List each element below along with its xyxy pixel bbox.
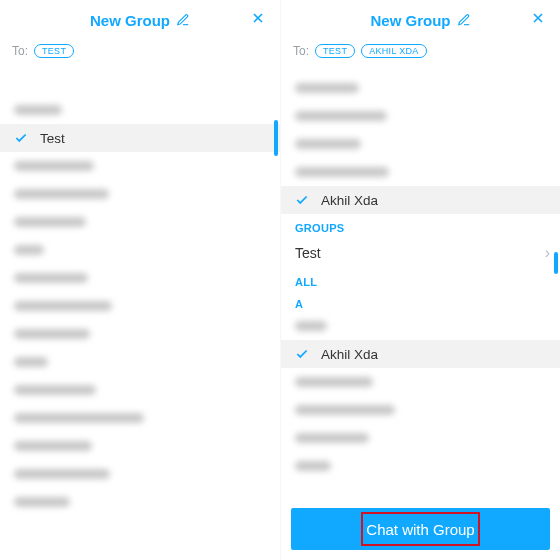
list-item[interactable] <box>281 74 560 102</box>
close-icon[interactable] <box>530 10 546 26</box>
letter-header: A <box>281 292 560 312</box>
list-item[interactable] <box>0 460 280 488</box>
list-item[interactable] <box>0 208 280 236</box>
list-item[interactable] <box>0 236 280 264</box>
section-all: ALL <box>281 268 560 292</box>
list-item-label: Akhil Xda <box>321 347 378 362</box>
list-item[interactable] <box>0 348 280 376</box>
header: New Group <box>281 0 560 40</box>
list-item[interactable] <box>281 312 560 340</box>
list-item[interactable] <box>281 424 560 452</box>
page-title: New Group <box>90 12 170 29</box>
list-item[interactable] <box>281 396 560 424</box>
list-item-label: Test <box>40 131 65 146</box>
header: New Group <box>0 0 280 40</box>
list-item[interactable] <box>281 102 560 130</box>
list-item[interactable] <box>281 452 560 480</box>
list-item-selected[interactable]: Akhil Xda <box>281 340 560 368</box>
close-icon[interactable] <box>250 10 266 26</box>
cta-label: Chat with Group <box>366 521 474 538</box>
list-item[interactable] <box>0 264 280 292</box>
right-panel: New Group To: TEST AKHIL XDA Akhil Xda <box>280 0 560 560</box>
cta-wrap: Chat with Group <box>291 508 550 550</box>
to-row: To: TEST AKHIL XDA <box>281 40 560 68</box>
scroll-indicator[interactable] <box>274 120 278 156</box>
chip-akhil[interactable]: AKHIL XDA <box>361 44 426 58</box>
to-label: To: <box>293 44 309 58</box>
list-item[interactable] <box>0 152 280 180</box>
chevron-right-icon: › <box>545 244 550 262</box>
check-icon <box>295 347 311 361</box>
chip-test[interactable]: TEST <box>315 44 355 58</box>
scroll-indicator[interactable] <box>554 252 558 274</box>
list-item-selected[interactable]: Akhil Xda <box>281 186 560 214</box>
list-item[interactable] <box>0 292 280 320</box>
list-item-label: Akhil Xda <box>321 193 378 208</box>
group-item[interactable]: Test › <box>281 238 560 268</box>
chat-with-group-button[interactable]: Chat with Group <box>291 508 550 550</box>
section-groups: GROUPS <box>281 214 560 238</box>
chip-test[interactable]: TEST <box>34 44 74 58</box>
list-item[interactable] <box>281 368 560 396</box>
group-item-label: Test <box>295 245 321 261</box>
pencil-icon[interactable] <box>176 13 190 27</box>
list-item[interactable] <box>0 376 280 404</box>
to-row: To: TEST <box>0 40 280 68</box>
list-item[interactable] <box>281 130 560 158</box>
page-title: New Group <box>370 12 450 29</box>
pencil-icon[interactable] <box>457 13 471 27</box>
list-item[interactable] <box>0 432 280 460</box>
list-item[interactable] <box>0 96 280 124</box>
check-icon <box>14 131 30 145</box>
to-label: To: <box>12 44 28 58</box>
list-item-selected[interactable]: Test <box>0 124 280 152</box>
check-icon <box>295 193 311 207</box>
list-item[interactable] <box>281 158 560 186</box>
list-item[interactable] <box>0 320 280 348</box>
contact-list: Test <box>0 96 280 516</box>
list-item[interactable] <box>0 488 280 516</box>
list-item[interactable] <box>0 180 280 208</box>
contact-list: Akhil Xda GROUPS Test › ALL A Akhil Xda <box>281 74 560 480</box>
left-panel: New Group To: TEST Test <box>0 0 280 560</box>
list-item[interactable] <box>0 404 280 432</box>
